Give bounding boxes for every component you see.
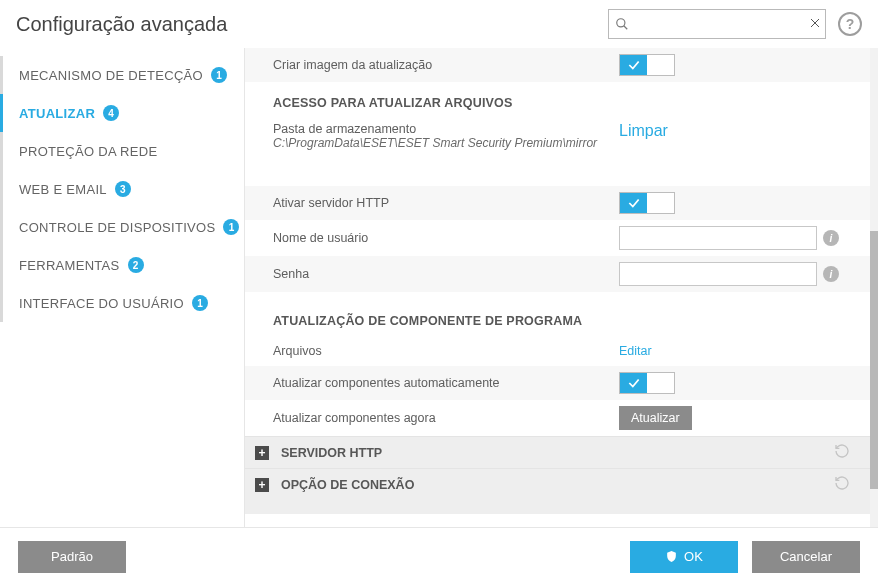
auto-update-components-toggle[interactable] bbox=[619, 372, 675, 394]
files-label: Arquivos bbox=[273, 344, 619, 358]
sidebar-item-network-protection[interactable]: PROTEÇÃO DA REDE bbox=[0, 132, 244, 170]
sidebar-badge: 3 bbox=[115, 181, 131, 197]
sidebar-item-update[interactable]: ATUALIZAR 4 bbox=[0, 94, 244, 132]
storage-folder-path: C:\ProgramData\ESET\ESET Smart Security … bbox=[273, 136, 619, 150]
password-label: Senha bbox=[273, 267, 619, 281]
sidebar-item-label: CONTROLE DE DISPOSITIVOS bbox=[19, 220, 215, 235]
sidebar-badge: 2 bbox=[128, 257, 144, 273]
http-server-enable-toggle[interactable] bbox=[619, 192, 675, 214]
revert-icon[interactable] bbox=[834, 443, 850, 462]
scrollbar-thumb[interactable] bbox=[870, 231, 878, 489]
expand-icon[interactable]: + bbox=[255, 446, 269, 460]
search-icon bbox=[615, 17, 629, 31]
sidebar-item-label: WEB E EMAIL bbox=[19, 182, 107, 197]
sidebar-item-device-control[interactable]: CONTROLE DE DISPOSITIVOS 1 bbox=[0, 208, 244, 246]
http-server-enable-label: Ativar servidor HTTP bbox=[273, 196, 619, 210]
section-label: OPÇÃO DE CONEXÃO bbox=[281, 478, 414, 492]
clear-search-icon[interactable] bbox=[809, 15, 821, 33]
sidebar-item-tools[interactable]: FERRAMENTAS 2 bbox=[0, 246, 244, 284]
ok-button-label: OK bbox=[684, 549, 703, 564]
section-files-access: ACESSO PARA ATUALIZAR ARQUIVOS bbox=[245, 82, 870, 118]
sidebar-item-label: ATUALIZAR bbox=[19, 106, 95, 121]
username-input[interactable] bbox=[619, 226, 817, 250]
info-icon[interactable]: i bbox=[823, 266, 839, 282]
expand-icon[interactable]: + bbox=[255, 478, 269, 492]
sidebar-badge: 1 bbox=[211, 67, 227, 83]
sidebar-badge: 4 bbox=[103, 105, 119, 121]
auto-update-components-label: Atualizar componentes automaticamente bbox=[273, 376, 619, 390]
create-update-image-label: Criar imagem da atualização bbox=[273, 58, 619, 72]
sidebar: MECANISMO DE DETECÇÃO 1 ATUALIZAR 4 PROT… bbox=[0, 48, 244, 527]
info-icon[interactable]: i bbox=[823, 230, 839, 246]
cancel-button[interactable]: Cancelar bbox=[752, 541, 860, 573]
default-button[interactable]: Padrão bbox=[18, 541, 126, 573]
create-update-image-toggle[interactable] bbox=[619, 54, 675, 76]
edit-files-link[interactable]: Editar bbox=[619, 344, 652, 358]
help-button[interactable]: ? bbox=[838, 12, 862, 36]
sidebar-item-label: INTERFACE DO USUÁRIO bbox=[19, 296, 184, 311]
search-input[interactable] bbox=[629, 17, 809, 32]
svg-point-0 bbox=[617, 19, 625, 27]
page-title: Configuração avançada bbox=[16, 13, 608, 36]
update-components-now-label: Atualizar componentes agora bbox=[273, 411, 619, 425]
sidebar-item-label: MECANISMO DE DETECÇÃO bbox=[19, 68, 203, 83]
clear-storage-link[interactable]: Limpar bbox=[619, 122, 668, 139]
scrollbar-vertical[interactable] bbox=[870, 48, 878, 527]
section-program-component-update: ATUALIZAÇÃO DE COMPONENTE DE PROGRAMA bbox=[245, 300, 870, 336]
revert-icon[interactable] bbox=[834, 475, 850, 494]
sidebar-item-web-email[interactable]: WEB E EMAIL 3 bbox=[0, 170, 244, 208]
password-input[interactable] bbox=[619, 262, 817, 286]
section-http-server-collapsed[interactable]: + SERVIDOR HTTP bbox=[245, 436, 870, 468]
section-connection-option-collapsed[interactable]: + OPÇÃO DE CONEXÃO bbox=[245, 468, 870, 500]
shield-icon bbox=[665, 550, 678, 563]
sidebar-item-label: FERRAMENTAS bbox=[19, 258, 120, 273]
section-label: SERVIDOR HTTP bbox=[281, 446, 382, 460]
svg-line-1 bbox=[624, 26, 628, 30]
ok-button[interactable]: OK bbox=[630, 541, 738, 573]
storage-folder-label: Pasta de armazenamento bbox=[273, 122, 619, 136]
sidebar-badge: 1 bbox=[223, 219, 239, 235]
update-now-button[interactable]: Atualizar bbox=[619, 406, 692, 430]
sidebar-badge: 1 bbox=[192, 295, 208, 311]
sidebar-item-detection-engine[interactable]: MECANISMO DE DETECÇÃO 1 bbox=[0, 56, 244, 94]
sidebar-item-user-interface[interactable]: INTERFACE DO USUÁRIO 1 bbox=[0, 284, 244, 322]
settings-panel: Criar imagem da atualização ACESSO PARA … bbox=[245, 48, 870, 527]
search-box[interactable] bbox=[608, 9, 826, 39]
username-label: Nome de usuário bbox=[273, 231, 619, 245]
sidebar-item-label: PROTEÇÃO DA REDE bbox=[19, 144, 157, 159]
